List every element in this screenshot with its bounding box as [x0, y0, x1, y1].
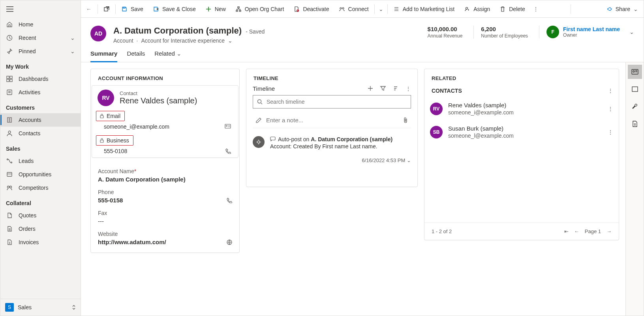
- form-name[interactable]: Account for Interactive experience: [141, 37, 225, 44]
- sidebar-item-activities[interactable]: Activities: [0, 86, 81, 99]
- back-button[interactable]: ←: [81, 0, 97, 17]
- prev-page-button[interactable]: ←: [574, 228, 579, 234]
- share-button[interactable]: Share⌄: [601, 0, 644, 17]
- save-button[interactable]: Save: [116, 0, 148, 17]
- business-value[interactable]: 555-0108: [104, 148, 127, 154]
- deactivate-button[interactable]: Deactivate: [289, 0, 334, 17]
- website-value[interactable]: http://www.adatum.com/: [91, 239, 239, 247]
- timeline-item[interactable]: Auto-post on A. Datum Corporation (sampl…: [246, 134, 417, 170]
- sort-button[interactable]: [393, 86, 398, 92]
- assign-button[interactable]: Assign: [459, 0, 495, 17]
- phone-icon[interactable]: [227, 198, 232, 203]
- sidebar-item-quotes[interactable]: Quotes: [0, 209, 81, 222]
- row-more-button[interactable]: ⋮: [608, 129, 613, 135]
- sidebar-label: Pinned: [19, 48, 36, 54]
- phone-icon[interactable]: [225, 148, 231, 154]
- item-prefix: Auto-post on: [278, 136, 311, 142]
- row-more-button[interactable]: ⋮: [608, 106, 613, 112]
- rail-assistant[interactable]: [628, 65, 642, 79]
- timeline-note[interactable]: [253, 112, 411, 128]
- rail-doc[interactable]: [628, 117, 642, 131]
- pin-icon: [6, 48, 13, 55]
- contact-name[interactable]: Rene Valdes (sample): [120, 96, 197, 105]
- tab-related[interactable]: Related ⌄: [154, 50, 182, 62]
- share-icon: [606, 6, 612, 12]
- employees-label: Number of Employees: [481, 33, 528, 39]
- record-title: A. Datum Corporation (sample): [113, 26, 242, 36]
- assign-icon: [464, 6, 470, 12]
- chevron-down-icon[interactable]: ⌄: [228, 37, 233, 44]
- account-name-value[interactable]: A. Datum Corporation (sample): [91, 176, 239, 184]
- chevron-down-icon: ⌄: [70, 35, 75, 41]
- new-button[interactable]: New: [201, 0, 231, 17]
- sidebar-footer[interactable]: S Sales: [0, 299, 81, 316]
- phone-value[interactable]: 555-0158: [91, 197, 239, 205]
- delete-button[interactable]: Delete: [495, 0, 529, 17]
- item-line2b: First name Last name: [322, 143, 376, 150]
- owner-name[interactable]: First name Last name: [563, 26, 620, 32]
- more-button[interactable]: ⋮: [406, 86, 411, 92]
- email-value[interactable]: someone_i@example.com: [104, 123, 169, 130]
- contact-row[interactable]: RV Rene Valdes (sample) someone_i@exampl…: [424, 97, 619, 120]
- sidebar-item-opportunities[interactable]: Opportunities: [0, 168, 81, 181]
- label: Add to Marketing List: [403, 6, 455, 12]
- svg-rect-4: [10, 79, 12, 82]
- fax-value[interactable]: ---: [91, 218, 239, 226]
- marketing-button[interactable]: Add to Marketing List: [389, 0, 460, 17]
- connect-button[interactable]: Connect: [334, 0, 374, 17]
- svg-point-27: [258, 100, 261, 103]
- overflow-button[interactable]: ⋮: [530, 0, 542, 17]
- svg-point-28: [257, 141, 260, 143]
- tab-details[interactable]: Details: [127, 50, 145, 62]
- connect-chevron[interactable]: ⌄: [376, 0, 387, 17]
- sidebar-item-competitors[interactable]: Competitors: [0, 181, 81, 194]
- list-icon: [393, 6, 400, 12]
- sidebar-item-orders[interactable]: Orders: [0, 222, 81, 236]
- sidebar-label: Home: [19, 21, 33, 28]
- sidebar-item-invoices[interactable]: Invoices: [0, 236, 81, 249]
- sidebar-item-leads[interactable]: Leads: [0, 154, 81, 168]
- sidebar-item-contacts[interactable]: Contacts: [0, 127, 81, 140]
- sidebar-item-pinned[interactable]: Pinned ⌄: [0, 45, 81, 58]
- popout-button[interactable]: [99, 0, 115, 17]
- sidebar-item-dashboards[interactable]: Dashboards: [0, 72, 81, 86]
- sidebar-label: Leads: [19, 158, 34, 164]
- email-locked-field[interactable]: Email: [96, 111, 125, 121]
- section-title: TIMELINE: [246, 69, 417, 85]
- sidebar-item-home[interactable]: Home: [0, 18, 81, 31]
- competitors-icon: [6, 184, 13, 191]
- next-page-button[interactable]: →: [606, 228, 612, 234]
- svg-point-9: [11, 162, 12, 163]
- website-label: Website: [91, 226, 239, 239]
- contact-row[interactable]: SB Susan Burk (sample) someone_l@example…: [424, 120, 619, 144]
- save-close-button[interactable]: Save & Close: [148, 0, 201, 17]
- hamburger-button[interactable]: [4, 3, 16, 15]
- note-input[interactable]: [266, 117, 398, 123]
- sidebar-label: Orders: [19, 226, 36, 232]
- rail-wrench[interactable]: [628, 99, 642, 114]
- first-page-button[interactable]: ⇤: [564, 228, 569, 234]
- sidebar-item-accounts[interactable]: Accounts: [0, 113, 81, 127]
- related-card: RELATED CONTACTS ⋮ RV Rene Valdes (sampl…: [424, 69, 619, 240]
- timeline-search[interactable]: [253, 95, 411, 108]
- business-locked-field[interactable]: Business: [96, 135, 133, 146]
- globe-icon[interactable]: [227, 239, 232, 245]
- card-icon[interactable]: [225, 124, 231, 129]
- search-input[interactable]: [267, 99, 407, 105]
- sidebar-group-collateral: Collateral: [0, 194, 81, 209]
- phone-label: Phone: [91, 184, 239, 197]
- filter-button[interactable]: [380, 86, 386, 92]
- activities-icon: [6, 89, 13, 96]
- add-button[interactable]: [368, 86, 373, 92]
- svg-rect-13: [104, 7, 108, 11]
- tab-summary[interactable]: Summary: [90, 50, 117, 62]
- org-chart-button[interactable]: Open Org Chart: [231, 0, 289, 17]
- more-button[interactable]: ⋮: [608, 88, 613, 94]
- chevron-down-icon[interactable]: ⌄: [407, 157, 411, 163]
- rail-panel[interactable]: [628, 82, 642, 96]
- sidebar-item-recent[interactable]: Recent ⌄: [0, 31, 81, 45]
- speech-icon: [270, 136, 276, 142]
- entity-type: Account: [113, 37, 133, 44]
- attach-icon[interactable]: [403, 117, 408, 123]
- chevron-down-icon[interactable]: ⌄: [629, 29, 634, 35]
